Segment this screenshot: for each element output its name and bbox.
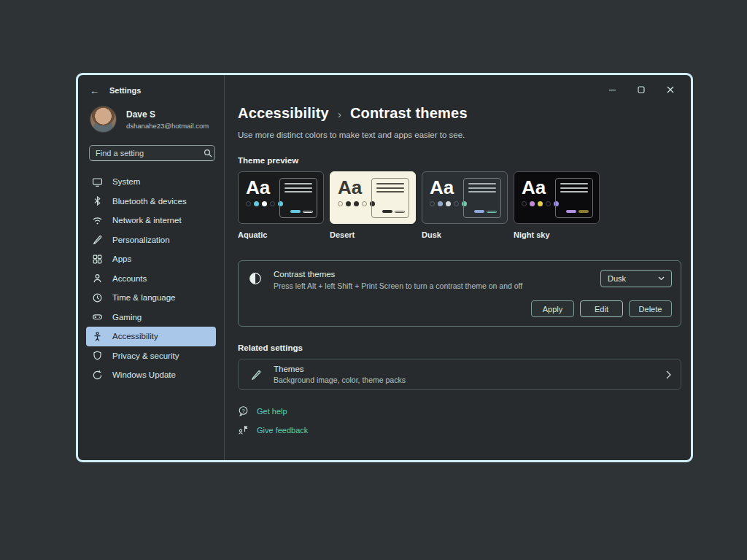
settings-window: ← Settings Dave S dshanahe23@hotmail.com bbox=[76, 73, 693, 462]
search-input[interactable] bbox=[96, 149, 199, 158]
theme-card-label: Desert bbox=[330, 230, 416, 239]
give-feedback-row[interactable]: Give feedback bbox=[238, 424, 681, 435]
sidebar-item-network[interactable]: Network & internet bbox=[86, 211, 216, 230]
page-subtitle: Use more distinct colors to make text an… bbox=[238, 131, 681, 139]
dropdown-value: Dusk bbox=[608, 274, 626, 283]
sidebar-item-label: Accessibility bbox=[112, 332, 158, 341]
theme-mock-window bbox=[463, 178, 501, 218]
sidebar-item-accessibility[interactable]: Accessibility bbox=[86, 327, 216, 346]
theme-mock-buttons bbox=[382, 210, 405, 213]
sidebar-item-label: Gaming bbox=[112, 313, 142, 322]
contrast-themes-title: Contrast themes bbox=[274, 270, 589, 279]
give-feedback-link[interactable]: Give feedback bbox=[257, 426, 308, 435]
update-icon bbox=[92, 370, 103, 381]
window-controls bbox=[238, 75, 681, 98]
chevron-right-icon bbox=[666, 370, 671, 379]
contrast-themes-description: Press left Alt + left Shift + Print Scre… bbox=[274, 281, 589, 290]
sidebar-item-gaming[interactable]: Gaming bbox=[86, 308, 216, 327]
theme-mock-buttons bbox=[290, 210, 313, 213]
sidebar-item-system[interactable]: System bbox=[86, 172, 216, 192]
feedback-icon bbox=[238, 424, 249, 435]
sidebar-item-label: Personalization bbox=[112, 236, 170, 244]
search-box[interactable] bbox=[89, 145, 215, 161]
minimize-button[interactable] bbox=[601, 83, 623, 96]
theme-mock-window bbox=[371, 178, 409, 218]
theme-preview-label: Theme preview bbox=[238, 156, 681, 165]
svg-text:?: ? bbox=[241, 408, 244, 414]
breadcrumb: Accessibility › Contrast themes bbox=[238, 105, 681, 122]
desktop-backdrop: { "window": { "title": "Settings", "cont… bbox=[0, 0, 747, 560]
theme-mock-buttons bbox=[566, 210, 589, 213]
theme-preview-row: Aa Aquatic Aa D bbox=[238, 171, 681, 239]
theme-mock-buttons bbox=[474, 210, 497, 213]
breadcrumb-separator: › bbox=[338, 106, 341, 120]
shield-icon bbox=[92, 350, 103, 361]
sidebar-item-windows-update[interactable]: Windows Update bbox=[86, 365, 216, 385]
profile-email: dshanahe23@hotmail.com bbox=[126, 122, 209, 130]
sidebar-item-label: System bbox=[112, 177, 140, 186]
theme-mock-window bbox=[279, 178, 317, 218]
sidebar-item-bluetooth[interactable]: Bluetooth & devices bbox=[86, 192, 216, 211]
wifi-icon bbox=[92, 215, 103, 226]
theme-card-label: Dusk bbox=[422, 230, 508, 239]
sidebar-item-label: Accounts bbox=[112, 274, 147, 283]
theme-card-label: Aquatic bbox=[238, 230, 324, 239]
user-profile[interactable]: Dave S dshanahe23@hotmail.com bbox=[78, 98, 224, 133]
sidebar-item-label: Apps bbox=[112, 254, 131, 263]
monitor-icon bbox=[92, 176, 103, 187]
titlebar-left: ← Settings bbox=[78, 75, 224, 98]
get-help-link[interactable]: Get help bbox=[257, 407, 287, 416]
sidebar-item-privacy[interactable]: Privacy & security bbox=[86, 346, 216, 366]
contrast-icon bbox=[249, 272, 262, 285]
sidebar-item-label: Windows Update bbox=[112, 370, 176, 379]
sidebar-item-label: Privacy & security bbox=[112, 351, 179, 360]
sidebar-item-personalization[interactable]: Personalization bbox=[86, 230, 216, 250]
delete-button[interactable]: Delete bbox=[629, 300, 672, 317]
main-content: Accessibility › Contrast themes Use more… bbox=[225, 75, 691, 460]
contrast-themes-card: Contrast themes Press left Alt + left Sh… bbox=[238, 260, 681, 327]
themes-link-title: Themes bbox=[274, 365, 654, 373]
help-icon: ? bbox=[238, 405, 249, 416]
help-links: ? Get help Give feedback bbox=[238, 405, 681, 435]
theme-card-dusk[interactable]: Aa Dusk bbox=[422, 171, 508, 239]
search-icon bbox=[204, 149, 212, 158]
close-button[interactable] bbox=[659, 83, 681, 96]
theme-mock-window bbox=[555, 178, 593, 218]
breadcrumb-parent[interactable]: Accessibility bbox=[238, 105, 329, 122]
theme-card-label: Night sky bbox=[514, 230, 600, 239]
page-title: Contrast themes bbox=[350, 105, 468, 122]
back-button[interactable]: ← bbox=[90, 86, 99, 96]
sidebar: ← Settings Dave S dshanahe23@hotmail.com bbox=[78, 75, 225, 460]
themes-link-subtitle: Background image, color, theme packs bbox=[274, 376, 654, 384]
related-settings-label: Related settings bbox=[238, 343, 681, 352]
edit-button[interactable]: Edit bbox=[580, 300, 623, 317]
theme-card-aquatic[interactable]: Aa Aquatic bbox=[238, 171, 324, 239]
contrast-theme-dropdown[interactable]: Dusk bbox=[600, 270, 672, 287]
brush-icon bbox=[250, 369, 262, 381]
accessibility-icon bbox=[92, 331, 103, 342]
profile-name: Dave S bbox=[126, 109, 209, 120]
sidebar-item-time-language[interactable]: Time & language bbox=[86, 288, 216, 308]
app-title: Settings bbox=[109, 86, 141, 95]
apply-button[interactable]: Apply bbox=[531, 300, 574, 317]
sidebar-item-accounts[interactable]: Accounts bbox=[86, 269, 216, 289]
apps-grid-icon bbox=[92, 254, 103, 265]
sidebar-item-apps[interactable]: Apps bbox=[86, 249, 216, 269]
sidebar-item-label: Time & language bbox=[112, 293, 176, 302]
gamepad-icon bbox=[92, 311, 103, 322]
theme-card-desert[interactable]: Aa Desert bbox=[330, 171, 416, 239]
sidebar-nav: System Bluetooth & devices Network & int… bbox=[78, 172, 224, 385]
maximize-button[interactable] bbox=[630, 83, 652, 96]
person-icon bbox=[92, 273, 103, 284]
themes-settings-row[interactable]: Themes Background image, color, theme pa… bbox=[238, 359, 681, 390]
bluetooth-icon bbox=[92, 195, 103, 206]
sidebar-item-label: Network & internet bbox=[112, 216, 182, 225]
chevron-down-icon bbox=[658, 276, 665, 281]
sidebar-item-label: Bluetooth & devices bbox=[112, 197, 187, 206]
brush-icon bbox=[92, 234, 103, 245]
get-help-row[interactable]: ? Get help bbox=[238, 405, 681, 416]
theme-card-night-sky[interactable]: Aa Night sky bbox=[514, 171, 600, 239]
clock-icon bbox=[92, 292, 103, 303]
avatar bbox=[90, 106, 117, 133]
